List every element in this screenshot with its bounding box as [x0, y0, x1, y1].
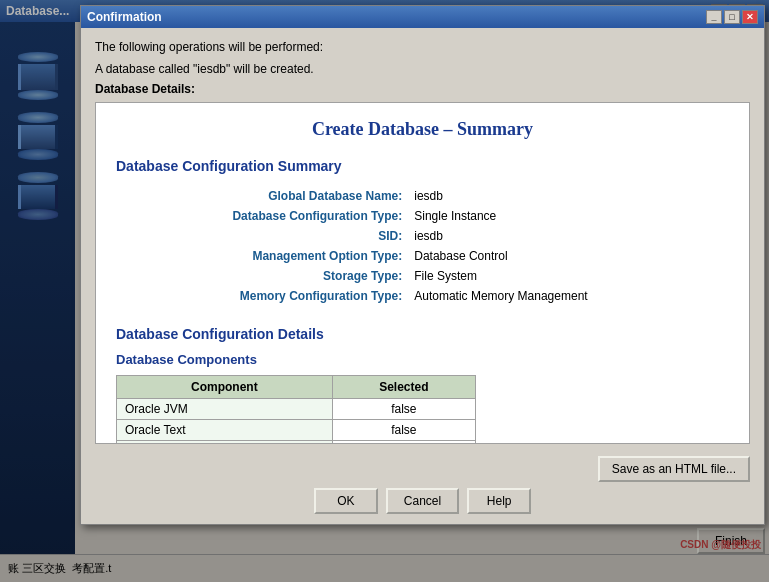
config-field-label: Global Database Name:: [116, 186, 410, 206]
cancel-button[interactable]: Cancel: [386, 488, 459, 514]
dialog-maximize-btn[interactable]: □: [724, 10, 740, 24]
dialog-titlebar: Confirmation _ □ ✕: [81, 6, 764, 28]
config-row: SID:iesdb: [116, 226, 729, 246]
component-name: Oracle Text: [117, 420, 333, 441]
confirmation-dialog: Confirmation _ □ ✕ The following operati…: [80, 5, 765, 525]
component-name: Oracle XML DB: [117, 441, 333, 445]
config-table: Global Database Name:iesdbDatabase Confi…: [116, 186, 729, 306]
config-field-label: Database Configuration Type:: [116, 206, 410, 226]
config-field-value: File System: [410, 266, 729, 286]
dialog-body: The following operations will be perform…: [81, 28, 764, 524]
dialog-close-btn[interactable]: ✕: [742, 10, 758, 24]
info-text-line1: The following operations will be perform…: [95, 38, 750, 56]
component-row: Oracle JVMfalse: [117, 399, 476, 420]
action-row: Save as an HTML file...: [95, 452, 750, 484]
config-field-value: Single Instance: [410, 206, 729, 226]
component-selected: false: [332, 399, 475, 420]
component-selected: false: [332, 441, 475, 445]
component-selected: false: [332, 420, 475, 441]
details-label: Database Details:: [95, 82, 750, 96]
config-field-value: iesdb: [410, 226, 729, 246]
summary-panel[interactable]: Create Database – Summary Database Confi…: [95, 102, 750, 444]
component-name: Oracle JVM: [117, 399, 333, 420]
selected-col-header: Selected: [332, 376, 475, 399]
help-button[interactable]: Help: [467, 488, 531, 514]
config-field-label: SID:: [116, 226, 410, 246]
dialog-title: Confirmation: [87, 10, 162, 24]
bottom-buttons: OK Cancel Help: [95, 488, 750, 514]
config-row: Database Configuration Type:Single Insta…: [116, 206, 729, 226]
config-row: Global Database Name:iesdb: [116, 186, 729, 206]
components-title: Database Components: [116, 352, 729, 367]
config-row: Storage Type:File System: [116, 266, 729, 286]
component-row: Oracle Textfalse: [117, 420, 476, 441]
info-text-line2: A database called "iesdb" will be create…: [95, 60, 750, 78]
ok-button[interactable]: OK: [314, 488, 378, 514]
details-section-title: Database Configuration Details: [116, 326, 729, 342]
summary-title: Create Database – Summary: [116, 119, 729, 140]
component-row: Oracle XML DBfalse: [117, 441, 476, 445]
config-field-value: Automatic Memory Management: [410, 286, 729, 306]
config-field-label: Memory Configuration Type:: [116, 286, 410, 306]
config-field-value: iesdb: [410, 186, 729, 206]
component-col-header: Component: [117, 376, 333, 399]
save-html-button[interactable]: Save as an HTML file...: [598, 456, 750, 482]
components-table: Component Selected Oracle JVMfalseOracle…: [116, 375, 476, 444]
dialog-controls: _ □ ✕: [706, 10, 758, 24]
config-field-label: Storage Type:: [116, 266, 410, 286]
config-field-label: Management Option Type:: [116, 246, 410, 266]
config-section-title: Database Configuration Summary: [116, 158, 729, 174]
dialog-minimize-btn[interactable]: _: [706, 10, 722, 24]
config-field-value: Database Control: [410, 246, 729, 266]
config-row: Memory Configuration Type:Automatic Memo…: [116, 286, 729, 306]
config-row: Management Option Type:Database Control: [116, 246, 729, 266]
